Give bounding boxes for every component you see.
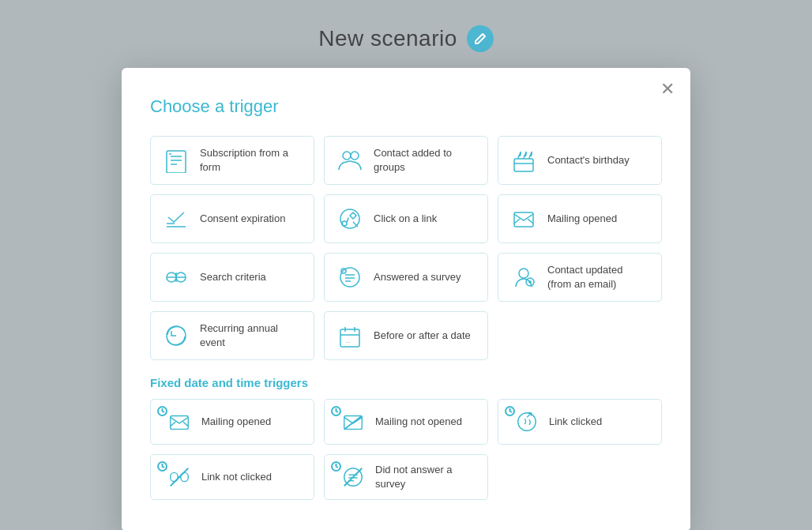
trigger-label: Consent expiration <box>200 212 285 226</box>
svg-rect-13 <box>514 212 533 227</box>
page-title: New scenario <box>318 26 457 51</box>
trigger-label: Mailing not opened <box>375 415 462 429</box>
link-not-icon <box>165 463 194 491</box>
fixed-trigger-link-not-clicked[interactable]: Link not clicked <box>150 454 314 500</box>
trigger-mailing-opened[interactable]: Mailing opened <box>498 194 662 243</box>
svg-point-5 <box>351 152 359 160</box>
form-icon <box>162 146 190 175</box>
trigger-label: Contact added to groups <box>374 146 476 174</box>
search-icon <box>162 263 190 291</box>
trigger-contact-updated[interactable]: Contact updated(from an email) <box>498 253 662 302</box>
trigger-label: Link clicked <box>549 415 602 429</box>
survey-icon <box>336 263 364 291</box>
svg-rect-6 <box>514 159 533 171</box>
fixed-trigger-did-not-answer[interactable]: Did not answer a survey <box>324 454 488 500</box>
link-clicked-icon <box>513 408 541 436</box>
svg-rect-34 <box>171 416 189 430</box>
close-button[interactable]: ✕ <box>660 81 675 98</box>
trigger-grid: Subscription from a form Contact added t… <box>150 136 662 360</box>
consent-icon <box>162 205 190 233</box>
clock-icon <box>157 405 167 415</box>
trigger-label: Subscription from a form <box>200 146 303 174</box>
fixed-trigger-mailing-not-opened[interactable]: Mailing not opened <box>324 399 488 445</box>
fixed-trigger-grid: Mailing opened Mailing not opened <box>150 399 662 500</box>
clock-icon <box>331 460 341 471</box>
fixed-section-title: Fixed date and time triggers <box>150 376 662 389</box>
trigger-label: Click on a link <box>374 212 437 226</box>
recurring-icon <box>162 321 190 350</box>
birthday-icon <box>509 146 538 175</box>
trigger-label: Did not answer a survey <box>375 463 476 491</box>
edit-scenario-button[interactable] <box>467 25 494 52</box>
trigger-contact-added-groups[interactable]: Contact added to groups <box>324 136 488 185</box>
trigger-label: Contact's birthday <box>547 153 630 167</box>
trigger-subscription-form[interactable]: Subscription from a form <box>150 136 314 185</box>
contact-update-icon <box>509 263 538 291</box>
survey-not-icon <box>339 463 367 491</box>
mailing-icon <box>509 205 538 233</box>
fixed-trigger-mailing-opened[interactable]: Mailing opened <box>150 399 314 445</box>
trigger-label: Answered a survey <box>374 270 461 284</box>
clock-icon <box>331 405 341 415</box>
trigger-label: Search criteria <box>200 270 266 284</box>
groups-icon <box>336 146 364 175</box>
clock-icon <box>157 460 167 471</box>
svg-point-39 <box>518 413 536 431</box>
trigger-consent-expiration[interactable]: Consent expiration <box>150 194 314 243</box>
svg-point-18 <box>340 268 359 287</box>
svg-text:...: ... <box>345 337 351 344</box>
link-icon <box>336 205 364 233</box>
trigger-answered-survey[interactable]: Answered a survey <box>324 253 488 302</box>
trigger-before-after-date[interactable]: ... Before or after a date <box>324 311 488 360</box>
calendar-icon: ... <box>336 321 364 350</box>
mailing-icon <box>165 408 194 436</box>
svg-line-47 <box>171 468 189 487</box>
mailing-not-icon <box>339 408 367 436</box>
trigger-label: Before or after a date <box>374 329 471 343</box>
page-header: New scenario <box>0 0 812 68</box>
svg-point-4 <box>343 152 351 160</box>
trigger-label: Mailing opened <box>201 415 271 429</box>
svg-point-12 <box>342 221 347 226</box>
trigger-label: Mailing opened <box>547 212 617 226</box>
trigger-label: Contact updated(from an email) <box>547 263 622 291</box>
trigger-click-on-link[interactable]: Click on a link <box>324 194 488 243</box>
trigger-search-criteria[interactable]: Search criteria <box>150 253 314 302</box>
trigger-contacts-birthday[interactable]: Contact's birthday <box>498 136 662 185</box>
trigger-label: Link not clicked <box>201 470 272 484</box>
modal: ✕ Choose a trigger Subscription from a f… <box>122 68 690 530</box>
svg-line-37 <box>344 416 363 430</box>
trigger-recurring-annual[interactable]: Recurring annual event <box>150 311 314 360</box>
trigger-label: Recurring annual event <box>200 321 303 349</box>
clock-icon <box>505 405 515 415</box>
svg-point-23 <box>519 269 528 278</box>
modal-heading: Choose a trigger <box>150 96 662 117</box>
fixed-trigger-link-clicked[interactable]: Link clicked <box>498 399 662 445</box>
